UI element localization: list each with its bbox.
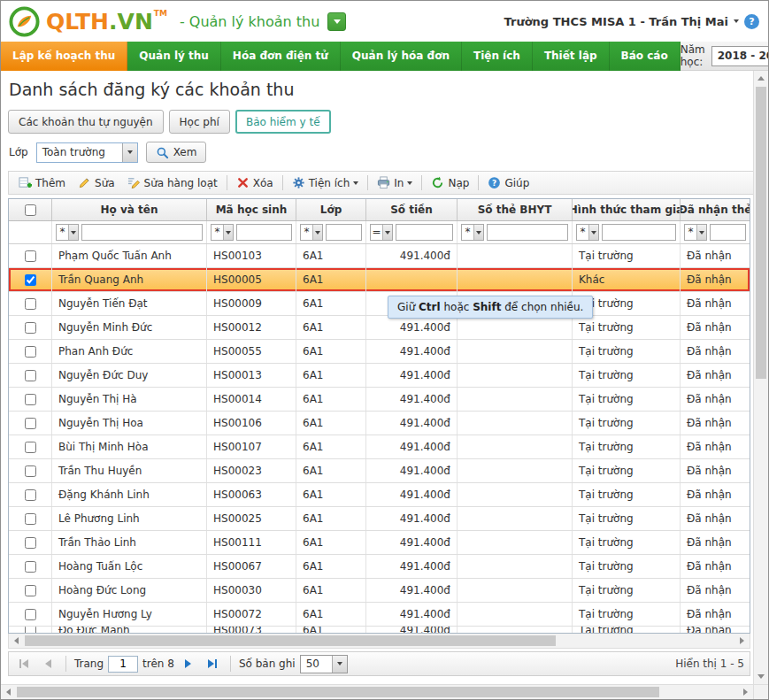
window-horizontal-scrollbar[interactable]: [1, 684, 753, 699]
row-checkbox[interactable]: [25, 561, 36, 573]
filter-operator-select[interactable]: *: [576, 224, 599, 241]
row-checkbox[interactable]: [25, 250, 36, 262]
scroll-down-icon[interactable]: [754, 669, 768, 684]
class-select[interactable]: Toàn trường: [36, 142, 138, 163]
help-icon[interactable]: ?: [744, 14, 759, 29]
page-size-select[interactable]: 50: [300, 655, 348, 673]
table-row[interactable]: Đỗ Đức Mạnh HS00073 6A1 491.400đ Tại trư…: [9, 627, 750, 634]
table-horizontal-scrollbar[interactable]: [8, 634, 750, 649]
vertical-scrollbar[interactable]: [753, 71, 768, 684]
row-checkbox[interactable]: [25, 322, 36, 334]
fee-type-tab[interactable]: Học phí: [169, 110, 230, 134]
row-checkbox[interactable]: [25, 489, 36, 501]
scroll-up-icon[interactable]: [754, 71, 768, 86]
row-checkbox[interactable]: [25, 513, 36, 525]
nav-tab[interactable]: Báo cáo: [610, 42, 681, 71]
row-checkbox[interactable]: [25, 627, 36, 634]
column-filter-input[interactable]: [487, 224, 568, 241]
prev-page-button[interactable]: [38, 655, 58, 673]
table-row[interactable]: Trần Quang Anh HS00005 6A1 Khác Đã nhận: [9, 268, 750, 292]
table-row[interactable]: Đặng Khánh Linh HS00063 6A1 491.400đ Tại…: [9, 483, 750, 507]
nav-tab[interactable]: Quản lý hóa đơn: [341, 42, 462, 71]
table-row[interactable]: Nguyễn Thị Hà HS00014 6A1 491.400đ Tại t…: [9, 388, 750, 412]
first-page-button[interactable]: [14, 655, 34, 673]
scrollbar-thumb[interactable]: [17, 687, 659, 697]
column-header[interactable]: Số thẻ BHYT: [458, 199, 573, 220]
table-row[interactable]: Hoàng Tuấn Lộc HS00067 6A1 491.400đ Tại …: [9, 555, 750, 579]
filter-operator-select[interactable]: *: [684, 224, 707, 241]
delete-button[interactable]: Xóa: [230, 173, 280, 193]
column-filter-input[interactable]: [602, 224, 676, 241]
utilities-button[interactable]: Tiện ích: [286, 173, 365, 193]
row-checkbox[interactable]: [25, 274, 36, 286]
column-header[interactable]: Lớp: [296, 199, 366, 220]
view-button[interactable]: Xem: [146, 142, 207, 163]
column-header[interactable]: Mã học sinh: [207, 199, 296, 220]
nav-tab[interactable]: Lập kế hoạch thu: [1, 42, 127, 71]
next-page-button[interactable]: [179, 655, 198, 673]
table-row[interactable]: Lê Phương Linh HS00025 6A1 491.400đ Tại …: [9, 507, 750, 531]
table-row[interactable]: Nguyễn Thị Hoa HS00106 6A1 491.400đ Tại …: [9, 412, 750, 435]
row-checkbox[interactable]: [25, 465, 36, 477]
account-name[interactable]: Trường THCS MISA 1 - Trần Thị Mai: [504, 15, 728, 28]
row-checkbox[interactable]: [25, 418, 36, 429]
fee-type-tab[interactable]: Các khoản thu tự nguyện: [8, 110, 164, 134]
school-year-select[interactable]: 2018 - 2019: [711, 46, 769, 66]
column-header[interactable]: Hình thức tham gia: [573, 199, 681, 220]
nav-tab[interactable]: Thiết lập: [533, 42, 610, 71]
column-filter-input[interactable]: [710, 224, 746, 241]
filter-operator-select[interactable]: *: [461, 224, 484, 241]
scrollbar-thumb[interactable]: [25, 635, 556, 646]
column-filter-input[interactable]: [326, 224, 362, 241]
table-row[interactable]: Hoàng Đức Long HS00030 6A1 491.400đ Tại …: [9, 579, 750, 603]
scroll-left-icon[interactable]: [1, 685, 16, 699]
nav-tab[interactable]: Quản lý thu: [127, 42, 221, 71]
edit-button[interactable]: Sửa: [72, 173, 121, 193]
scroll-left-icon[interactable]: [9, 634, 24, 648]
table-row[interactable]: Nguyễn Tiến Đạt HS00009 6A1 491.400đ Tại…: [9, 292, 750, 316]
table-row[interactable]: Trần Thu Huyền HS00023 6A1 491.400đ Tại …: [9, 459, 750, 483]
scrollbar-thumb[interactable]: [756, 87, 766, 379]
row-checkbox[interactable]: [25, 370, 36, 381]
module-dropdown-button[interactable]: [327, 12, 346, 31]
print-button[interactable]: In: [371, 173, 419, 193]
select-all-checkbox[interactable]: [25, 204, 36, 216]
table-row[interactable]: Trần Thảo Linh HS00111 6A1 491.400đ Tại …: [9, 531, 750, 555]
cell-amount: [366, 268, 458, 291]
row-checkbox[interactable]: [25, 609, 36, 620]
nav-tab[interactable]: Tiện ích: [462, 42, 533, 71]
filter-operator-select[interactable]: =: [370, 224, 393, 241]
column-header[interactable]: Số tiền: [366, 199, 458, 220]
filter-operator-select[interactable]: *: [300, 224, 323, 241]
chevron-down-icon[interactable]: [734, 19, 739, 23]
row-checkbox[interactable]: [25, 537, 36, 549]
column-filter-input[interactable]: [81, 224, 203, 241]
table-row[interactable]: Nguyễn Hương Ly HS00072 6A1 491.400đ Tại…: [9, 603, 750, 627]
filter-operator-select[interactable]: *: [56, 224, 79, 241]
add-button[interactable]: Thêm: [12, 173, 72, 193]
row-checkbox[interactable]: [25, 346, 36, 358]
row-checkbox[interactable]: [25, 298, 36, 310]
page-number-input[interactable]: [108, 656, 138, 673]
column-filter-input[interactable]: [396, 224, 453, 241]
fee-type-tab[interactable]: Bảo hiểm y tế: [235, 110, 331, 134]
table-row[interactable]: Phan Anh Đức HS00055 6A1 491.400đ Tại tr…: [9, 340, 750, 364]
help-button[interactable]: ? Giúp: [481, 173, 535, 193]
reload-button[interactable]: Nạp: [425, 173, 475, 193]
row-checkbox[interactable]: [25, 394, 36, 405]
column-filter-input[interactable]: [236, 224, 292, 241]
scroll-right-icon[interactable]: [734, 634, 750, 648]
filter-operator-select[interactable]: *: [211, 224, 234, 241]
row-checkbox[interactable]: [25, 585, 36, 596]
table-row[interactable]: Nguyễn Minh Đức HS00012 6A1 491.400đ Tại…: [9, 316, 750, 340]
table-row[interactable]: Nguyễn Đức Duy HS00013 6A1 491.400đ Tại …: [9, 364, 750, 388]
last-page-button[interactable]: [203, 655, 222, 673]
table-row[interactable]: Bùi Thị Minh Hòa HS00107 6A1 491.400đ Tạ…: [9, 435, 750, 459]
row-checkbox[interactable]: [25, 442, 36, 453]
scroll-right-icon[interactable]: [738, 685, 753, 699]
bulk-edit-button[interactable]: Sửa hàng loạt: [121, 173, 224, 193]
column-header[interactable]: Đã nhận thẻ: [681, 199, 750, 220]
column-header[interactable]: Họ và tên: [52, 199, 207, 220]
table-row[interactable]: Phạm Quốc Tuấn Anh HS00103 6A1 491.400đ …: [9, 244, 750, 268]
nav-tab[interactable]: Hóa đơn điện tử: [221, 42, 341, 71]
